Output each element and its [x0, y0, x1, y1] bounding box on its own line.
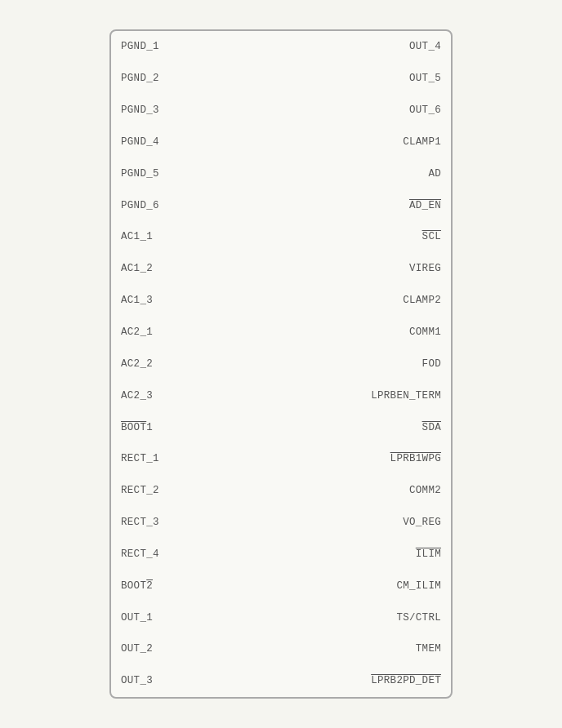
- inner-label: RECT_1: [121, 449, 159, 468]
- inner-label: BOOT2: [121, 576, 153, 596]
- inner-left-labels: PGND_1 PGND_2 PGND_3 PGND_4 PGND_5 PGND_…: [111, 31, 281, 697]
- inner-label: PGND_6: [121, 196, 159, 215]
- inner-label: PGND_3: [121, 100, 159, 120]
- inner-label: OUT_5: [409, 69, 441, 88]
- inner-label: AD_EN: [409, 196, 441, 215]
- inner-label: AC1_2: [121, 259, 153, 278]
- inner-label: LPRBEN_TERM: [371, 386, 441, 406]
- inner-label: ILIM: [416, 544, 441, 564]
- inner-label: VO_REG: [403, 513, 441, 532]
- inner-label: RECT_4: [121, 544, 159, 564]
- inner-label: LPRB1WPG: [390, 449, 441, 468]
- inner-label: COMM2: [409, 481, 441, 500]
- inner-label: SDA: [422, 418, 441, 437]
- inner-label: COMM1: [409, 322, 441, 342]
- inner-label: OUT_1: [121, 608, 153, 628]
- inner-label: OUT_3: [121, 671, 153, 690]
- inner-label: AC2_3: [121, 386, 153, 406]
- inner-label: VIREG: [409, 259, 441, 278]
- inner-label: CLAMP2: [403, 291, 441, 310]
- inner-label: CLAMP1: [403, 132, 441, 152]
- inner-label: PGND_4: [121, 132, 159, 152]
- ic-body: PGND_1 PGND_2 PGND_3 PGND_4 PGND_5 PGND_…: [109, 29, 453, 699]
- inner-label: OUT_2: [121, 639, 153, 659]
- inner-label: PGND_1: [121, 37, 159, 56]
- inner-label: PGND_5: [121, 164, 159, 184]
- inner-label: FOD: [422, 354, 441, 374]
- inner-label: AC1_3: [121, 291, 153, 310]
- inner-label: TS/CTRL: [396, 608, 441, 628]
- inner-label: AC1_1: [121, 227, 153, 246]
- inner-label: RECT_3: [121, 513, 159, 532]
- inner-label: TMEM: [416, 639, 441, 659]
- inner-right-labels: OUT_4 OUT_5 OUT_6 CLAMP1 AD AD_EN SCL VI…: [281, 31, 451, 697]
- inner-label: AC2_1: [121, 322, 153, 342]
- ic-diagram: PGND_1 PGND_2 PGND_3 PGND_4 PGND_5 PGND_…: [20, 13, 542, 715]
- inner-label: AC2_2: [121, 354, 153, 374]
- inner-label: RECT_2: [121, 481, 159, 500]
- inner-label: OUT_6: [409, 100, 441, 120]
- inner-label: BOOT1: [121, 418, 153, 437]
- inner-label: PGND_2: [121, 69, 159, 88]
- inner-label: CM_ILIM: [396, 576, 441, 596]
- inner-label: SCL: [422, 227, 441, 246]
- inner-label: LPRB2PD_DET: [371, 671, 441, 690]
- inner-label: OUT_4: [409, 37, 441, 56]
- inner-label: AD: [428, 164, 441, 184]
